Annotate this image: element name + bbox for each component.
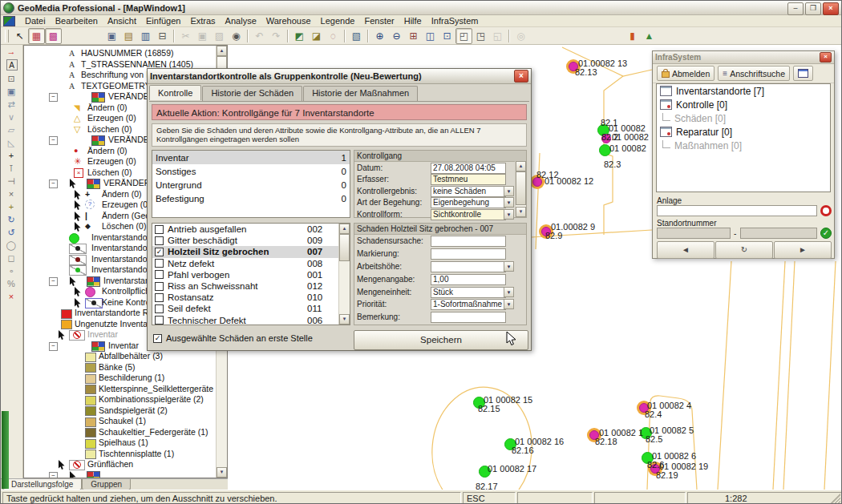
damage-row[interactable]: Seil defekt011 [152,303,338,314]
fit-all-icon[interactable]: ⊞ [405,28,422,44]
legend-item[interactable]: Bänke (5) [24,362,227,373]
infrasystem-title-bar[interactable]: InfraSystem × [653,51,834,64]
category-row[interactable]: Befestigung0 [152,192,350,205]
dropdown-arrow-icon[interactable]: ▼ [504,209,514,220]
category-row[interactable]: Inventar1 [152,151,350,164]
damage-checkbox[interactable] [155,304,164,313]
pointer-tool-icon[interactable]: ↖ [11,28,28,44]
expander-icon[interactable]: − [49,179,58,188]
legend-item[interactable]: Spielhaus (1) [24,437,227,449]
flip-icon[interactable]: ⇄ [1,98,22,111]
category-list[interactable]: Inventar1Sonstiges0Untergrund0Befestigun… [152,150,350,218]
damage-row[interactable]: Netz defekt008 [152,258,338,269]
infrasystem-tree-item[interactable]: Kontrolle [0] [657,98,830,111]
expander-icon[interactable]: − [49,342,58,351]
damage-checkbox[interactable] [155,236,164,245]
refresh-button[interactable]: ↻ [715,241,773,259]
area-icon[interactable]: ◺ [1,136,22,149]
mdi-child-icon[interactable] [3,16,15,26]
anlage-stop-icon[interactable] [820,205,832,216]
callout-icon[interactable]: ▣ [1,85,22,98]
select-area-icon[interactable]: ◳ [472,28,489,44]
insert-feature-icon[interactable]: ◩ [291,28,308,44]
menu-ansicht[interactable]: Ansicht [103,16,141,26]
tab-gruppen[interactable]: Gruppen [82,479,131,490]
menu-extras[interactable]: Extras [185,16,220,26]
infrasystem-tree-item[interactable]: Schäden [0] [657,111,830,125]
expander-icon[interactable]: − [49,136,58,145]
damage-scrollbar[interactable]: ▲ ▼ [338,224,350,325]
dropdown-arrow-icon[interactable]: ▼ [504,186,514,196]
anlage-input[interactable] [657,205,817,216]
menu-fenster[interactable]: Fenster [359,16,399,26]
dialog-tab-historie-der-ma-nahmen[interactable]: Historie der Maßnahmen [303,86,418,101]
save-button[interactable]: Speichern [354,330,528,350]
checkbox-icon[interactable]: ✓ [153,334,162,343]
open-warehouse-icon[interactable]: ▤ [120,28,137,44]
expander-icon[interactable]: − [49,93,58,102]
damage-row[interactable]: Rostansatz010 [152,292,338,303]
save-icon[interactable]: ▥ [137,28,154,44]
damage-row[interactable]: Gitter beschädigt009 [152,235,338,246]
split-icon[interactable]: × [1,187,22,200]
kontrollgang-field-input[interactable]: Eigenbegehung [431,197,506,208]
damage-checkbox[interactable] [155,270,164,279]
snap-percent-icon[interactable]: % [1,277,22,290]
select-mode-icon[interactable]: ◰ [455,28,472,44]
logout-button[interactable]: Abmelden [657,66,714,81]
stats-bars-icon[interactable]: ▮ [624,28,641,44]
schaden-field-input[interactable] [431,248,506,260]
dialog-close-icon[interactable]: × [514,70,528,83]
damage-row[interactable]: Riss an Schweissnaht012 [152,280,338,292]
crosshair-icon[interactable]: + [1,149,22,162]
legend-edit-icon[interactable]: ▦ [28,28,45,44]
print-icon[interactable]: ⊟ [154,28,171,44]
damage-row[interactable]: Pfahl verbogen001 [152,269,338,280]
zoom-in-icon[interactable]: ⊕ [371,28,388,44]
text-icon[interactable]: A [6,59,18,71]
schaden-field-input[interactable]: 1-Sofortmaßnahme [431,299,506,310]
toolbar-handle[interactable] [5,30,9,42]
kontrollgang-field-input[interactable]: Sichtkontrolle [431,209,506,220]
infrasystem-close-icon[interactable]: × [820,52,832,62]
schaden-field-input[interactable]: Stück [431,287,506,298]
first-position-checkbox[interactable]: ✓ Ausgewählte Schäden an erste Stelle [153,333,313,343]
menu-legende[interactable]: Legende [316,16,360,26]
damage-row[interactable]: Antrieb ausgefallen002 [152,224,338,235]
menu-infrasystem[interactable]: InfraSystem [427,16,484,26]
damage-checkbox[interactable] [155,282,164,291]
legend-item[interactable]: − [24,470,227,479]
damage-list[interactable]: Antrieb ausgefallen002Gitter beschädigt0… [152,223,350,325]
window-toggle-button[interactable] [793,66,813,81]
legend-item[interactable]: Sandspielgerät (2) [24,405,227,417]
damage-checkbox[interactable] [155,259,164,268]
dropdown-arrow-icon[interactable]: ▼ [504,197,514,208]
label-icon[interactable]: ⊡ [1,72,22,85]
infrasystem-tree-item[interactable]: Maßnahmen [0] [657,139,830,152]
legend-item[interactable]: Kombinationsspielgeräte (2) [24,394,227,405]
kontrollgang-scrollbar[interactable]: ▲ ▼ [515,161,526,217]
dialog-tab-kontrolle[interactable]: Kontrolle [149,85,201,100]
update-feature-icon[interactable]: ◪ [308,28,325,44]
category-row[interactable]: Untergrund0 [152,178,350,192]
dropdown-arrow-icon[interactable]: ▼ [504,299,514,309]
schaden-field-input[interactable] [431,312,506,323]
legend-item[interactable]: Abfallbehälter (3) [24,351,227,362]
snap-point-icon[interactable]: ∘ [1,264,22,277]
zoom-out-icon[interactable]: ⊖ [388,28,405,44]
standort-input-1[interactable] [657,228,731,239]
close-button[interactable]: × [823,2,839,15]
expander-icon[interactable]: − [49,472,58,479]
kontrollgang-field-input[interactable]: Testmneu [431,174,506,185]
legend-item[interactable]: Grünflächen [24,459,227,470]
digitize-icon[interactable]: → [1,45,22,58]
standort-input-2[interactable] [740,228,817,239]
schaden-field-input[interactable]: 1,00 [431,274,506,285]
pan-window-icon[interactable]: ◫ [422,28,439,44]
overview-window-icon[interactable]: ⊡ [439,28,455,44]
kontrollgang-field-input[interactable]: keine Schäden [431,186,506,197]
extend-icon[interactable]: ⊺ [1,162,22,175]
prev-button[interactable]: ◄ [657,241,714,259]
menu-datei[interactable]: Datei [20,16,51,26]
unselect-icon[interactable]: ◌ [325,28,342,44]
